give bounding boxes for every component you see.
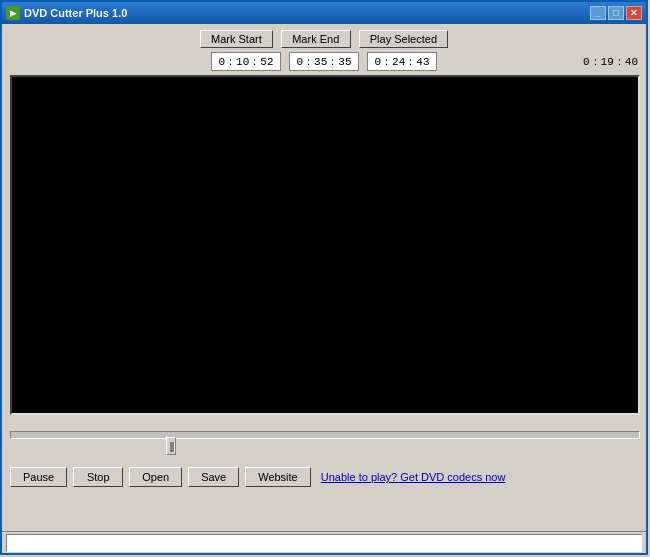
maximize-button[interactable]: □	[608, 6, 624, 20]
titlebar-left: ▶ DVD Cutter Plus 1.0	[6, 6, 127, 20]
video-display	[10, 75, 640, 415]
mark-start-button[interactable]: Mark Start	[200, 30, 273, 48]
titlebar: ▶ DVD Cutter Plus 1.0 _ □ ✕	[2, 2, 646, 24]
timeline-area[interactable]	[10, 431, 638, 459]
bottom-controls: Pause Stop Open Save Website Unable to p…	[10, 467, 638, 487]
app-icon: ▶	[6, 6, 20, 20]
window-title: DVD Cutter Plus 1.0	[24, 7, 127, 19]
statusbar	[2, 531, 646, 553]
minimize-button[interactable]: _	[590, 6, 606, 20]
top-controls: Mark Start Mark End Play Selected	[10, 30, 638, 48]
website-button[interactable]: Website	[245, 467, 311, 487]
save-button[interactable]: Save	[188, 467, 239, 487]
mark-end-time: 0：35：35	[289, 52, 359, 71]
mark-end-button[interactable]: Mark End	[281, 30, 351, 48]
pause-button[interactable]: Pause	[10, 467, 67, 487]
playhead-thumb[interactable]	[166, 437, 176, 455]
mark-start-time: 0：10：52	[211, 52, 281, 71]
main-window: ▶ DVD Cutter Plus 1.0 _ □ ✕ Mark Start M…	[0, 0, 648, 555]
status-input[interactable]	[6, 534, 642, 552]
stop-button[interactable]: Stop	[73, 467, 123, 487]
time-row: 0：10：52 0：35：35 0：24：43 0：19：40	[10, 52, 638, 71]
close-button[interactable]: ✕	[626, 6, 642, 20]
titlebar-buttons: _ □ ✕	[590, 6, 642, 20]
selected-duration: 0：24：43	[367, 52, 437, 71]
codec-link[interactable]: Unable to play? Get DVD codecs now	[321, 471, 506, 483]
open-button[interactable]: Open	[129, 467, 182, 487]
total-time: 0：19：40	[583, 54, 638, 69]
content-area: Mark Start Mark End Play Selected 0：10：5…	[2, 24, 646, 493]
timeline-track[interactable]	[10, 431, 640, 439]
play-selected-button[interactable]: Play Selected	[359, 30, 448, 48]
